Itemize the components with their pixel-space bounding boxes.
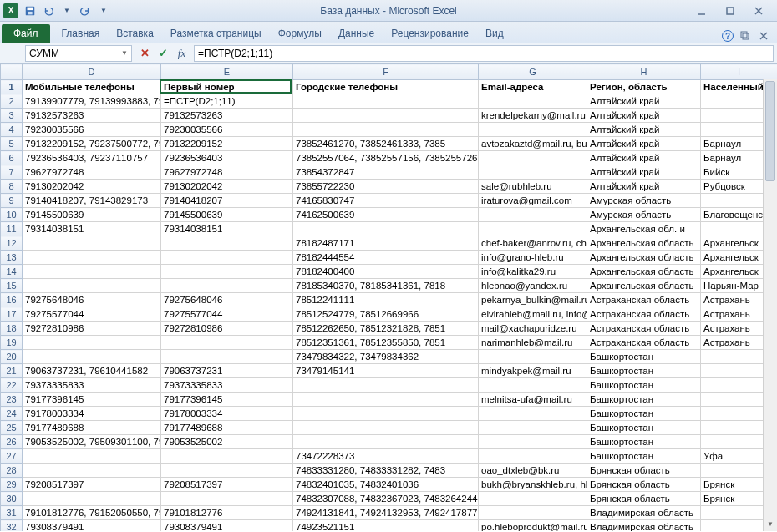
- row-header[interactable]: 28: [1, 464, 23, 478]
- cell[interactable]: [479, 165, 587, 180]
- help-icon[interactable]: ?: [722, 30, 734, 42]
- cell[interactable]: Email-адреса: [479, 80, 587, 94]
- cell[interactable]: 78182400400: [293, 265, 479, 279]
- cell[interactable]: 79314038151: [23, 222, 161, 236]
- row-header[interactable]: 5: [1, 137, 23, 151]
- cell[interactable]: [479, 123, 587, 137]
- cell[interactable]: Амурская область: [587, 208, 701, 222]
- cell[interactable]: 79627972748: [161, 165, 293, 180]
- vertical-scrollbar[interactable]: ▲ ▼: [763, 79, 777, 531]
- cell[interactable]: [161, 464, 293, 478]
- col-header-G[interactable]: G: [479, 64, 587, 80]
- cell[interactable]: 79101812776: [161, 506, 293, 520]
- cell[interactable]: 79627972748: [23, 165, 161, 180]
- row-header[interactable]: 32: [1, 520, 23, 532]
- cell[interactable]: [479, 449, 587, 464]
- cell[interactable]: narimanhleb@mail.ru: [479, 336, 587, 350]
- cell[interactable]: 78512524779, 78512669966: [293, 307, 479, 322]
- cell[interactable]: 79308379491: [161, 520, 293, 532]
- cell[interactable]: 79236536403, 79237110757: [23, 151, 161, 165]
- row-header[interactable]: 29: [1, 478, 23, 492]
- cell[interactable]: Владимирская область: [587, 506, 701, 520]
- cell[interactable]: [23, 492, 161, 506]
- cell[interactable]: [293, 222, 479, 236]
- row-header[interactable]: 1: [1, 80, 23, 94]
- cell[interactable]: 79230035566: [23, 123, 161, 137]
- row-header[interactable]: 20: [1, 350, 23, 364]
- cell[interactable]: [293, 421, 479, 435]
- cell[interactable]: 79208517397: [23, 478, 161, 492]
- cell[interactable]: 79140418207, 79143829173: [23, 194, 161, 208]
- row-header[interactable]: 16: [1, 293, 23, 307]
- cell[interactable]: [293, 109, 479, 123]
- row-header[interactable]: 19: [1, 336, 23, 350]
- cell[interactable]: [479, 435, 587, 449]
- row-header[interactable]: 4: [1, 123, 23, 137]
- row-header[interactable]: 26: [1, 435, 23, 449]
- row-header[interactable]: 14: [1, 265, 23, 279]
- scroll-thumb[interactable]: [765, 81, 775, 181]
- cell[interactable]: [161, 265, 293, 279]
- tab-formulas[interactable]: Формулы: [270, 24, 330, 43]
- cell[interactable]: [161, 492, 293, 506]
- cell[interactable]: 79272810986: [161, 322, 293, 336]
- cell[interactable]: iraturova@gmail.com: [479, 194, 587, 208]
- row-header[interactable]: 8: [1, 180, 23, 194]
- cell[interactable]: 79130202042: [23, 180, 161, 194]
- cell[interactable]: 79140418207: [161, 194, 293, 208]
- cell[interactable]: Астраханская область: [587, 293, 701, 307]
- cell[interactable]: [479, 151, 587, 165]
- row-header[interactable]: 12: [1, 236, 23, 251]
- cell[interactable]: 73479145141: [293, 364, 479, 378]
- cell[interactable]: avtozakaztd@mail.ru, buhrealkr: [479, 137, 587, 151]
- cell[interactable]: 79145500639: [161, 208, 293, 222]
- cell[interactable]: Первый номер: [161, 80, 293, 94]
- row-header[interactable]: 25: [1, 421, 23, 435]
- cell[interactable]: 79132573263: [161, 109, 293, 123]
- cell[interactable]: Башкортостан: [587, 449, 701, 464]
- close-button[interactable]: [749, 3, 769, 18]
- tab-page-layout[interactable]: Разметка страницы: [162, 24, 270, 43]
- row-header[interactable]: 27: [1, 449, 23, 464]
- cell[interactable]: mail@xachapuridze.ru: [479, 322, 587, 336]
- cell[interactable]: Башкортостан: [587, 393, 701, 407]
- tab-insert[interactable]: Вставка: [108, 24, 162, 43]
- cell[interactable]: [479, 492, 587, 506]
- cell[interactable]: [23, 350, 161, 364]
- cell[interactable]: [23, 251, 161, 265]
- cell[interactable]: bukh@bryanskhleb.ru, hleblab: [479, 478, 587, 492]
- cell[interactable]: Амурская область: [587, 194, 701, 208]
- row-header[interactable]: 31: [1, 506, 23, 520]
- name-box-dropdown-icon[interactable]: ▼: [121, 49, 128, 57]
- cell[interactable]: 74833331280, 74833331282, 7483: [293, 464, 479, 478]
- cell[interactable]: 73472228373: [293, 449, 479, 464]
- cell[interactable]: 74162500639: [293, 208, 479, 222]
- cell[interactable]: Брянская область: [587, 478, 701, 492]
- cell[interactable]: 79177396145: [161, 393, 293, 407]
- cell[interactable]: 78182487171: [293, 236, 479, 251]
- cell[interactable]: Алтайский край: [587, 109, 701, 123]
- cell[interactable]: 79130202042: [161, 180, 293, 194]
- cell[interactable]: pekarnya_bulkin@mail.ru: [479, 293, 587, 307]
- scroll-down-icon[interactable]: ▼: [764, 517, 777, 531]
- cell[interactable]: Архангельская область: [587, 279, 701, 293]
- select-all-corner[interactable]: [1, 64, 23, 80]
- cell[interactable]: 79101812776, 79152050550, 7915: [23, 506, 161, 520]
- cell[interactable]: 79132573263: [23, 109, 161, 123]
- cell[interactable]: 79139907779, 79139993883, 7923: [23, 94, 161, 109]
- cell[interactable]: 79178003334: [23, 407, 161, 421]
- cell[interactable]: chef-baker@anrov.ru, chef@an: [479, 236, 587, 251]
- cell[interactable]: Астраханская область: [587, 336, 701, 350]
- cell[interactable]: Владимирская область: [587, 520, 701, 532]
- cell[interactable]: 79275648046: [23, 293, 161, 307]
- cell[interactable]: 79308379491: [23, 520, 161, 532]
- row-header[interactable]: 22: [1, 378, 23, 393]
- cell[interactable]: 73852557064, 73852557156, 73852557262: [293, 151, 479, 165]
- cell[interactable]: 78512241111: [293, 293, 479, 307]
- undo-icon[interactable]: [40, 3, 57, 19]
- cell[interactable]: [479, 407, 587, 421]
- cell[interactable]: Архангельская область: [587, 251, 701, 265]
- cell[interactable]: =ПСТР(D2;1;11): [161, 94, 293, 109]
- cell[interactable]: Брянская область: [587, 492, 701, 506]
- cell[interactable]: [23, 464, 161, 478]
